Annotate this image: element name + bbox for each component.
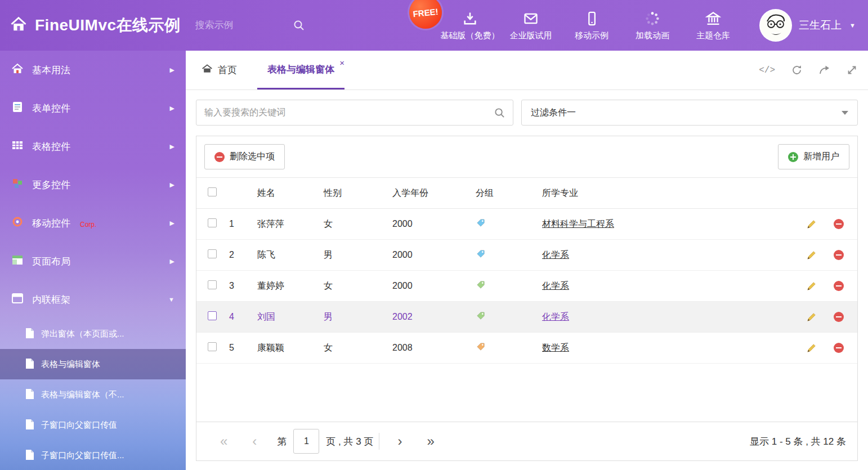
tab-home[interactable]: 首页 xyxy=(196,51,243,89)
edit-icon[interactable] xyxy=(806,312,817,323)
row-checkbox[interactable] xyxy=(208,249,217,258)
sidebar-item-iframe[interactable]: 内联框架 ▼ xyxy=(0,280,186,319)
sidebar-item-basic-usage[interactable]: 基本用法 ▶ xyxy=(0,51,186,89)
nav-theme-store[interactable]: 主题仓库 xyxy=(683,10,744,41)
nav-loading-animation[interactable]: 加载动画 xyxy=(622,10,683,41)
next-page-button[interactable]: › xyxy=(385,433,414,449)
major-link[interactable]: 数学系 xyxy=(542,343,569,352)
column-group: 分组 xyxy=(476,178,542,209)
tab-bar: 首页 表格与编辑窗体 × </> xyxy=(186,51,868,90)
sidebar-item-more-controls[interactable]: 更多控件 ▶ xyxy=(0,165,186,204)
chevron-down-icon: ▼ xyxy=(168,296,175,303)
sidebar-subitem-grid-edit-window-2[interactable]: 表格与编辑窗体（不... xyxy=(0,379,186,410)
cell-name: 张萍萍 xyxy=(257,209,324,240)
table-row-selected[interactable]: 4 刘国 男 2002 化学系 xyxy=(196,302,857,333)
major-link[interactable]: 化学系 xyxy=(542,250,569,259)
delete-icon[interactable] xyxy=(834,312,844,322)
nav-enterprise-trial[interactable]: 企业版试用 xyxy=(500,10,561,41)
chevron-down-icon xyxy=(842,111,848,115)
table-row[interactable]: 3 董婷婷 女 2000 化学系 xyxy=(196,271,857,302)
home-icon xyxy=(202,63,213,77)
sidebar-subitem-label: 表格与编辑窗体 xyxy=(41,359,100,370)
nav-label: 主题仓库 xyxy=(696,30,730,41)
row-checkbox[interactable] xyxy=(208,311,217,320)
row-checkbox[interactable] xyxy=(208,280,217,289)
free-badge: FREE! xyxy=(408,0,444,30)
chevron-right-icon: ▶ xyxy=(170,66,175,74)
sidebar-item-page-layout[interactable]: 页面布局 ▶ xyxy=(0,242,186,280)
edit-icon[interactable] xyxy=(806,219,817,230)
column-year: 入学年份 xyxy=(392,178,476,209)
major-link[interactable]: 化学系 xyxy=(542,281,569,290)
column-gender: 性别 xyxy=(324,178,392,209)
home-icon xyxy=(11,62,24,78)
expand-icon[interactable] xyxy=(846,64,858,76)
major-link[interactable]: 化学系 xyxy=(542,312,569,321)
download-icon xyxy=(462,10,478,26)
file-icon xyxy=(25,419,34,432)
pager-divider xyxy=(379,433,379,450)
record-summary: 显示 1 - 5 条 , 共 12 条 xyxy=(750,435,846,448)
sidebar-item-label: 页面布局 xyxy=(32,255,70,268)
prev-page-button[interactable]: ‹ xyxy=(240,433,269,449)
chevron-right-icon: ▶ xyxy=(170,143,175,150)
sidebar-item-grid-controls[interactable]: 表格控件 ▶ xyxy=(0,127,186,165)
keyword-search-input[interactable] xyxy=(196,100,513,126)
file-icon xyxy=(25,358,34,371)
first-page-button[interactable]: « xyxy=(208,433,240,449)
cell-year: 2000 xyxy=(392,271,476,302)
source-code-icon[interactable]: </> xyxy=(759,65,775,75)
row-checkbox[interactable] xyxy=(208,218,217,227)
search-icon[interactable] xyxy=(293,19,305,34)
sidebar-subitem-child-to-parent[interactable]: 子窗口向父窗口传值 xyxy=(0,410,186,440)
sidebar-subitem-grid-edit-window[interactable]: 表格与编辑窗体 xyxy=(0,349,186,379)
header-search-input[interactable] xyxy=(195,15,305,35)
filter-dropdown[interactable]: 过滤条件一 xyxy=(521,100,858,126)
mail-icon xyxy=(523,10,539,26)
table-row[interactable]: 2 陈飞 男 2000 化学系 xyxy=(196,240,857,271)
nav-mobile-demo[interactable]: 移动示例 xyxy=(561,10,622,41)
sidebar-item-label: 基本用法 xyxy=(32,64,70,77)
sidebar-subitem-child-to-parent-2[interactable]: 子窗口向父窗口传值... xyxy=(0,440,186,470)
edit-icon[interactable] xyxy=(806,250,817,261)
sidebar-item-form-controls[interactable]: 表单控件 ▶ xyxy=(0,89,186,127)
brand[interactable]: FineUIMvc在线示例 xyxy=(0,15,181,36)
sidebar: 基本用法 ▶ 表单控件 ▶ 表格控件 ▶ 更多控件 ▶ 移动控件 Corp. ▶ xyxy=(0,51,186,470)
chevron-right-icon: ▶ xyxy=(170,258,175,265)
tab-label: 表格与编辑窗体 xyxy=(267,63,334,76)
delete-selected-button[interactable]: 删除选中项 xyxy=(204,144,285,169)
sidebar-subitem-popup-window[interactable]: 弹出窗体（本页面或... xyxy=(0,319,186,349)
edit-icon[interactable] xyxy=(806,343,817,353)
row-checkbox[interactable] xyxy=(208,342,217,351)
nav-label: 加载动画 xyxy=(636,30,669,41)
header-nav: FREE! 基础版（免费） 企业版试用 移动示例 xyxy=(440,10,744,41)
edit-icon[interactable] xyxy=(806,281,817,292)
last-page-button[interactable]: » xyxy=(414,433,446,449)
delete-icon[interactable] xyxy=(834,281,844,291)
sidebar-subitem-label: 表格与编辑窗体（不... xyxy=(41,390,124,400)
delete-icon[interactable] xyxy=(834,250,844,260)
select-all-checkbox[interactable] xyxy=(208,187,217,196)
page-number-input[interactable] xyxy=(293,429,319,454)
nav-label: 移动示例 xyxy=(575,30,609,41)
table-row[interactable]: 1 张萍萍 女 2000 材料科学与工程系 xyxy=(196,209,857,240)
add-user-button[interactable]: 新增用户 xyxy=(778,144,849,169)
nav-basic-free[interactable]: FREE! 基础版（免费） xyxy=(440,10,500,41)
close-icon[interactable]: × xyxy=(339,58,344,68)
delete-icon[interactable] xyxy=(834,343,844,353)
sidebar-item-mobile-controls[interactable]: 移动控件 Corp. ▶ xyxy=(0,204,186,242)
plus-circle-icon xyxy=(788,152,798,162)
major-link[interactable]: 材料科学与工程系 xyxy=(542,219,614,229)
page-prefix-label: 第 xyxy=(277,435,287,448)
table-row[interactable]: 5 康颖颖 女 2008 数学系 xyxy=(196,333,857,364)
search-icon[interactable] xyxy=(494,107,505,121)
sidebar-item-label: 表格控件 xyxy=(32,140,70,153)
avatar xyxy=(759,9,792,42)
user-menu[interactable]: 三生石上 ▼ xyxy=(759,9,868,42)
refresh-icon[interactable] xyxy=(791,64,803,76)
tab-grid-edit-window[interactable]: 表格与编辑窗体 × xyxy=(257,51,344,89)
share-icon[interactable] xyxy=(818,64,830,76)
blocks-icon xyxy=(11,177,24,193)
tag-icon xyxy=(476,251,486,261)
delete-icon[interactable] xyxy=(834,219,844,229)
